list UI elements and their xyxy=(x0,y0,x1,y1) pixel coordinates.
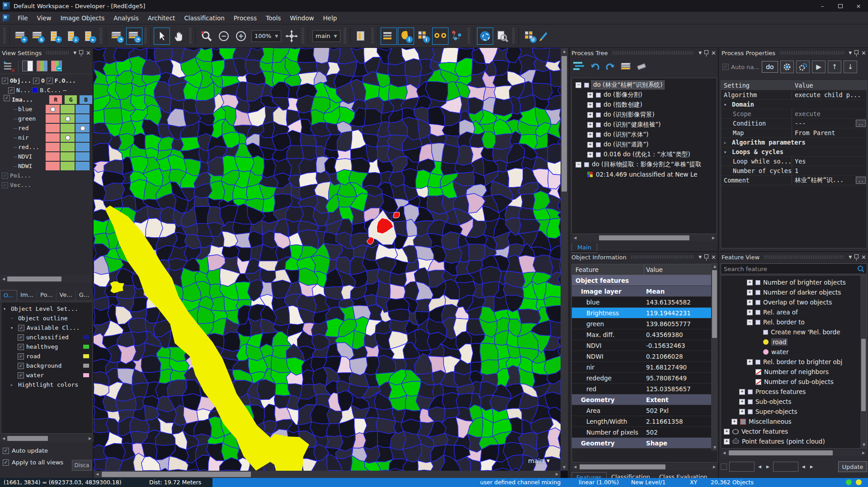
chevron-down-icon[interactable]: ▼ xyxy=(849,255,852,259)
snippets-button[interactable] xyxy=(620,61,632,72)
layer-row-red[interactable]: red xyxy=(4,123,93,133)
max-decrement-icon[interactable]: ◀ xyxy=(801,464,807,469)
expander-icon[interactable]: + xyxy=(587,92,593,98)
expander-icon[interactable]: + xyxy=(587,102,593,108)
feature-row-blue[interactable]: blue143.61354582 xyxy=(572,297,717,308)
menu-process[interactable]: Process xyxy=(229,13,261,23)
image-vscrollbar[interactable]: ▲ ▼ xyxy=(561,48,568,471)
feature-node-sub-objects[interactable]: +Sub-objects xyxy=(721,397,867,407)
select-cursor-button[interactable] xyxy=(154,28,170,45)
feature-row-nir[interactable]: nir91.68127490 xyxy=(572,362,717,373)
menu-classification[interactable]: Classification xyxy=(179,13,229,23)
min-increment-icon[interactable]: ▶ xyxy=(765,464,771,469)
expander-icon[interactable]: ▾ xyxy=(724,150,729,155)
mix-cell-R[interactable] xyxy=(45,123,60,133)
property-row-condition[interactable]: Condition---.. xyxy=(721,119,867,128)
chevron-down-icon[interactable]: ▼ xyxy=(698,255,702,259)
property-row-comment[interactable]: Comment林业”枯树“识..... xyxy=(721,176,867,185)
mix-cell-B[interactable] xyxy=(75,152,90,161)
checkbox[interactable]: ✓ xyxy=(18,363,24,369)
feature-node-number-of-brighter-objects[interactable]: +Number of brighter objects xyxy=(721,277,867,287)
expander-icon[interactable]: + xyxy=(587,152,593,158)
feature-node-rel-area-of[interactable]: +Rel. area of xyxy=(721,307,867,317)
checkbox[interactable]: ✓ xyxy=(18,353,24,360)
layer-row-green[interactable]: green xyxy=(4,114,93,123)
minimize-button[interactable]: – xyxy=(815,1,830,10)
mix-cell-R[interactable] xyxy=(45,142,60,152)
process-name-input[interactable]: do xyxy=(762,61,778,73)
view-classification-button[interactable]: i xyxy=(398,28,414,45)
undo-icon[interactable] xyxy=(590,61,600,72)
left-tab-0[interactable]: O... xyxy=(0,290,17,300)
expander-icon[interactable]: − xyxy=(576,82,581,88)
expander-icon[interactable]: − xyxy=(747,319,753,325)
menu-help[interactable]: Help xyxy=(318,13,341,23)
zoom-out-button[interactable]: − xyxy=(216,28,232,45)
zoom-in-button[interactable]: + xyxy=(233,28,249,45)
image-view[interactable]: ▲ ▼ ◀ ▶ main▼ xyxy=(94,48,568,478)
layer-group-vec[interactable]: ✓Vec... xyxy=(2,180,93,190)
menu-tools[interactable]: Tools xyxy=(261,13,285,23)
property-row-number-of-cycles[interactable]: Number of cycles1 xyxy=(721,166,867,176)
process-node-9[interactable]: 02:14.469 unclassified at New Le xyxy=(572,169,717,179)
measure-button[interactable] xyxy=(539,28,555,45)
feature-node-number-of-darker-objects[interactable]: +Number of darker objects xyxy=(721,287,867,297)
feature-row-image-layer[interactable]: Image layerMean xyxy=(572,286,717,297)
split-view-button[interactable] xyxy=(353,28,369,45)
mix-preset-button[interactable]: − xyxy=(51,61,62,71)
view-layer-button[interactable] xyxy=(381,28,397,45)
pixel-object-view-button[interactable] xyxy=(432,28,448,45)
search-icon[interactable] xyxy=(857,265,865,273)
feature-row-length-width[interactable]: Length/Width2.11661358 xyxy=(572,416,717,427)
close-icon[interactable]: ✕ xyxy=(86,50,91,56)
expander-icon[interactable]: + xyxy=(587,142,593,148)
left-tab-2[interactable]: Po... xyxy=(37,290,57,300)
tree-item-object-outline[interactable]: ─Object outline xyxy=(1,314,92,323)
ellipsis-button[interactable]: .. xyxy=(856,120,866,127)
expander-icon[interactable]: + xyxy=(587,112,593,118)
menu-window[interactable]: Window xyxy=(285,13,318,23)
expander-icon[interactable]: + xyxy=(731,419,737,425)
process-node-5[interactable]: +do (识别“水体”) xyxy=(572,130,717,140)
tree-item-available-classes[interactable]: ▾✓Available Cl... xyxy=(1,323,92,332)
apply-all-checkbox[interactable]: ✓ xyxy=(3,459,9,466)
checkbox[interactable]: ✓ xyxy=(4,95,10,101)
feature-min-input[interactable] xyxy=(729,462,755,472)
move-down-button[interactable]: ↓ xyxy=(844,61,857,73)
outline-color-swatch[interactable] xyxy=(32,87,38,93)
pin-icon[interactable] xyxy=(79,50,83,54)
process-profiler-button[interactable] xyxy=(573,61,585,72)
map-select[interactable]: main▼ xyxy=(312,30,340,42)
expander-icon[interactable]: + xyxy=(724,429,730,435)
tree-item-unclassified[interactable]: ✓unclassified xyxy=(1,332,92,342)
checkbox[interactable]: ✓ xyxy=(18,334,24,341)
feature-row-geometry[interactable]: GeometryExtent xyxy=(572,394,717,405)
left-tab-1[interactable]: Im... xyxy=(17,290,37,300)
min-decrement-icon[interactable]: ◀ xyxy=(757,464,763,469)
checkbox[interactable]: ✓ xyxy=(2,173,8,179)
mix-cell-R[interactable] xyxy=(45,104,60,114)
pin-icon[interactable] xyxy=(854,50,859,54)
process-node-6[interactable]: +do (识别“道路”) xyxy=(572,140,717,150)
view-samples-button[interactable]: i xyxy=(415,28,431,45)
tree-item-water[interactable]: ✓water xyxy=(1,370,92,380)
feature-row-brightness[interactable]: Brightness119.19442231 xyxy=(572,308,717,318)
layer-group-poi[interactable]: ✓Poi... xyxy=(2,171,93,180)
property-row-scope[interactable]: Scopeexecute xyxy=(721,109,867,119)
manage-features-button[interactable]: ⚙ xyxy=(522,28,538,45)
maximize-button[interactable] xyxy=(833,1,848,10)
feature-row-ndwi[interactable]: NDWI0.21066028 xyxy=(572,351,717,362)
tree-item-object-level-set-[interactable]: ▾Object Level Set... xyxy=(1,304,92,314)
feature-node-map-features[interactable]: +Map features xyxy=(721,446,867,449)
feature-node-miscellaneous[interactable]: +Miscellaneous xyxy=(721,417,867,426)
feature-node-super-objects[interactable]: +Super-objects xyxy=(721,407,867,417)
save-workspace-button[interactable]: s xyxy=(30,28,46,45)
checkbox[interactable]: ✓ xyxy=(18,372,24,379)
feature-row-number-of-pixels[interactable]: Number of pixels502 xyxy=(572,427,717,438)
tree-item-hightlight-colors[interactable]: ▹Hightlight colors xyxy=(1,380,92,389)
pin-icon[interactable] xyxy=(704,50,708,54)
mix-cell-B[interactable] xyxy=(75,133,90,142)
process-node-8[interactable]: −do (目标物提取：影像分割之“单株”提取 xyxy=(572,159,717,169)
outline-color-row[interactable]: ✓ N... B.C... — xyxy=(2,85,93,95)
expander-icon[interactable]: + xyxy=(747,359,753,365)
